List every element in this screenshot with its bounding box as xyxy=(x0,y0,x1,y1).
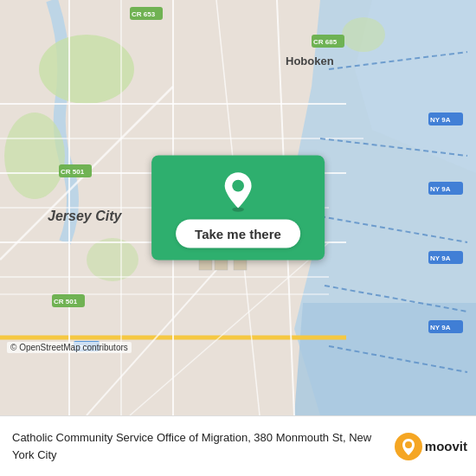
take-me-there-button[interactable]: Take me there xyxy=(176,220,300,248)
svg-text:NY 9A: NY 9A xyxy=(430,116,451,124)
footer-text-block: Catholic Community Service Office of Mig… xyxy=(12,429,386,462)
svg-text:NY 9A: NY 9A xyxy=(430,254,451,262)
map-container: I 78 I 78 CR 653 CR 685 CR 501 xyxy=(0,0,476,415)
footer: Catholic Community Service Office of Mig… xyxy=(0,415,476,476)
svg-rect-59 xyxy=(234,260,247,270)
green-card: Take me there xyxy=(151,156,325,261)
attribution-text: © OpenStreetMap contributors xyxy=(10,343,128,352)
svg-text:NY 9A: NY 9A xyxy=(430,324,451,331)
svg-point-63 xyxy=(405,441,412,448)
svg-marker-3 xyxy=(294,303,476,415)
location-title: Catholic Community Service Office of Mig… xyxy=(12,431,371,460)
svg-text:CR 653: CR 653 xyxy=(132,10,156,18)
svg-rect-58 xyxy=(215,260,228,270)
button-overlay: Take me there xyxy=(151,156,325,261)
svg-point-7 xyxy=(342,17,385,52)
svg-text:CR 501: CR 501 xyxy=(54,298,78,306)
svg-point-6 xyxy=(87,238,138,281)
svg-text:NY 9A: NY 9A xyxy=(430,185,451,193)
svg-text:Hoboken: Hoboken xyxy=(286,55,334,68)
svg-point-61 xyxy=(232,180,244,192)
svg-text:CR 685: CR 685 xyxy=(313,38,338,46)
svg-rect-57 xyxy=(199,260,212,270)
svg-text:Jersey City: Jersey City xyxy=(48,209,122,223)
osm-attribution: © OpenStreetMap contributors xyxy=(7,342,132,353)
svg-point-5 xyxy=(4,113,65,199)
moovit-brand-text: moovit xyxy=(425,439,467,453)
svg-point-4 xyxy=(39,35,134,104)
moovit-icon xyxy=(395,433,422,460)
location-pin-icon xyxy=(217,171,259,213)
svg-text:CR 501: CR 501 xyxy=(61,168,85,176)
moovit-logo-block: moovit xyxy=(395,433,467,460)
